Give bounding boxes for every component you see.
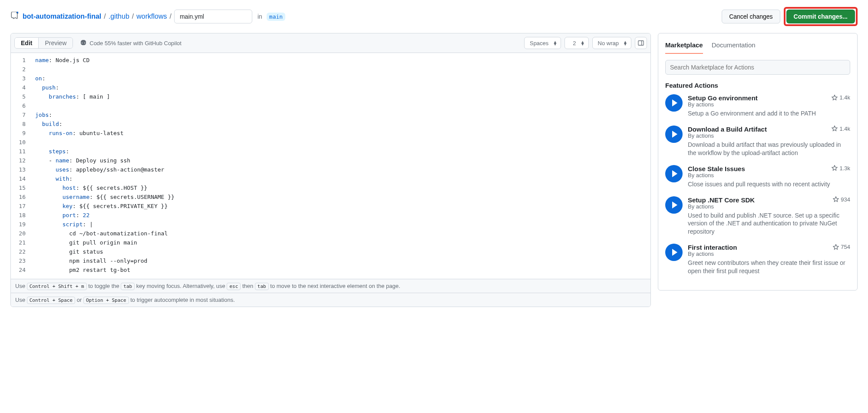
panel-icon [638, 40, 644, 46]
breadcrumb-sep: / [132, 13, 134, 20]
action-star-count: 1.4k [839, 126, 850, 132]
sidebar-tabs: Marketplace Documentation [665, 39, 850, 54]
actions-sidebar: Marketplace Documentation Featured Actio… [658, 33, 858, 291]
in-label: in [257, 13, 262, 20]
action-desc: Used to build and publish .NET source. S… [688, 211, 850, 236]
star-icon [832, 126, 838, 132]
play-icon [665, 196, 683, 214]
indent-type-select[interactable]: Spaces ▲▼ [524, 37, 561, 49]
indent-type-value: Spaces [530, 40, 548, 46]
editor-panel: Edit Preview Code 55% faster with GitHub… [10, 33, 651, 307]
kbd: tab [121, 283, 135, 290]
action-stars: 1.4k [832, 94, 850, 101]
breadcrumb-workflows[interactable]: workflows [136, 13, 167, 20]
action-title: First interaction [688, 244, 737, 251]
action-desc: Close issues and pull requests with no r… [688, 180, 850, 188]
play-icon [665, 165, 683, 182]
kbd: Control + Space [27, 297, 75, 304]
action-author: By actions [688, 101, 850, 108]
kbd: esc [227, 283, 241, 290]
top-actions: Cancel changes Commit changes... [722, 7, 858, 26]
play-icon [665, 126, 683, 143]
action-stars: 754 [833, 244, 850, 250]
hint-focus: Use Control + Shift + m to toggle the ta… [11, 279, 650, 293]
repo-icon [10, 12, 20, 21]
copilot-hint-text: Code 55% faster with GitHub Copilot [89, 40, 182, 46]
updown-icon: ▲▼ [553, 41, 557, 45]
action-title: Setup Go environment [688, 94, 758, 102]
star-icon [833, 244, 839, 250]
editor-toolbar: Edit Preview Code 55% faster with GitHub… [11, 33, 650, 53]
tab-preview[interactable]: Preview [38, 38, 73, 48]
action-item[interactable]: Download a Build Artifact1.4kBy actionsD… [665, 126, 850, 157]
breadcrumb-sep: / [104, 13, 106, 20]
line-gutter: 123456789101112131415161718192021222324 [11, 53, 30, 279]
action-title: Setup .NET Core SDK [688, 196, 755, 204]
editor-header: bot-automatization-final / .github / wor… [10, 7, 858, 26]
play-icon [665, 94, 683, 112]
action-author: By actions [688, 203, 850, 210]
action-author: By actions [688, 132, 850, 139]
branch-badge[interactable]: main [267, 13, 285, 21]
breadcrumb: bot-automatization-final / .github / wor… [10, 10, 285, 23]
cancel-button[interactable]: Cancel changes [722, 10, 780, 23]
commit-button[interactable]: Commit changes... [786, 10, 855, 23]
hint-autocomplete: Use Control + Space or Option + Space to… [11, 293, 650, 307]
action-desc: Download a build artifact that was previ… [688, 141, 850, 157]
tab-marketplace[interactable]: Marketplace [665, 39, 703, 54]
copilot-hint[interactable]: Code 55% faster with GitHub Copilot [80, 40, 182, 46]
action-star-count: 754 [841, 244, 850, 250]
action-star-count: 1.4k [839, 94, 850, 101]
indent-size-select[interactable]: 2 ▲▼ [564, 37, 588, 49]
updown-icon: ▲▼ [581, 41, 585, 45]
actions-list: Setup Go environment1.4kBy actionsSetup … [665, 94, 850, 275]
action-star-count: 1.3k [839, 165, 850, 172]
copilot-icon [80, 40, 87, 46]
action-desc: Greet new contributors when they create … [688, 259, 850, 275]
action-author: By actions [688, 251, 850, 257]
editor-hints: Use Control + Shift + m to toggle the ta… [11, 279, 650, 307]
svg-rect-1 [638, 41, 644, 46]
code-content[interactable]: name: Node.js CD on: push: branches: [ m… [30, 53, 650, 279]
action-item[interactable]: Setup .NET Core SDK934By actionsUsed to … [665, 196, 850, 236]
filename-input[interactable] [174, 10, 252, 23]
breadcrumb-repo[interactable]: bot-automatization-final [23, 13, 101, 20]
kbd: Option + Space [83, 297, 129, 304]
wrap-select[interactable]: No wrap ▲▼ [592, 37, 631, 49]
featured-title: Featured Actions [665, 82, 850, 89]
indent-size-value: 2 [573, 40, 576, 46]
action-desc: Setup a Go environment and add it to the… [688, 109, 850, 118]
kbd: Control + Shift + m [27, 283, 87, 290]
tab-edit[interactable]: Edit [15, 38, 38, 48]
action-item[interactable]: Setup Go environment1.4kBy actionsSetup … [665, 94, 850, 118]
play-icon [665, 244, 683, 261]
action-item[interactable]: Close Stale Issues1.3kBy actionsClose is… [665, 165, 850, 188]
wrap-value: No wrap [598, 40, 619, 46]
action-title: Download a Build Artifact [688, 126, 767, 133]
action-stars: 1.3k [832, 165, 850, 172]
svg-point-0 [17, 12, 18, 13]
kbd: tab [255, 283, 269, 290]
action-stars: 1.4k [832, 126, 850, 132]
action-star-count: 934 [841, 196, 850, 203]
action-stars: 934 [833, 196, 850, 203]
updown-icon: ▲▼ [623, 41, 627, 45]
code-editor[interactable]: 123456789101112131415161718192021222324 … [11, 53, 650, 279]
action-item[interactable]: First interaction754By actionsGreet new … [665, 244, 850, 275]
tab-documentation[interactable]: Documentation [712, 39, 756, 54]
action-author: By actions [688, 172, 850, 178]
commit-highlight: Commit changes... [784, 7, 858, 26]
star-icon [832, 95, 838, 101]
editor-mode-tabs: Edit Preview [14, 37, 73, 49]
breadcrumb-sep: / [170, 13, 172, 20]
marketplace-search-input[interactable] [665, 60, 850, 75]
action-title: Close Stale Issues [688, 165, 745, 172]
breadcrumb-github[interactable]: .github [109, 13, 129, 20]
star-icon [833, 196, 839, 202]
main-layout: Edit Preview Code 55% faster with GitHub… [10, 33, 858, 307]
preview-pane-toggle[interactable] [635, 37, 647, 49]
star-icon [832, 165, 838, 171]
